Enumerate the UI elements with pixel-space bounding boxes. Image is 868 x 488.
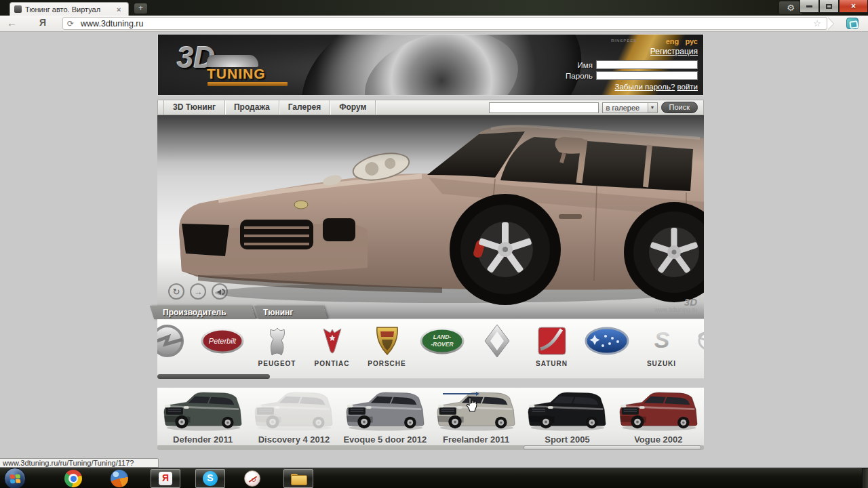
brand-logo-peugeot[interactable]: PEUGEOT — [250, 322, 304, 369]
model-label: Vogue 2002 — [613, 434, 704, 445]
model-sport[interactable]: Sport 2005 — [521, 388, 612, 445]
taskbar-recorder-icon[interactable] — [239, 468, 266, 488]
site-header: RINSPEED 3D TUNING eng рус Регистрация И… — [157, 34, 704, 96]
taskbar-skype-icon[interactable]: S — [195, 469, 225, 488]
name-field[interactable] — [596, 60, 698, 69]
brand-logo-saturn[interactable]: SATURN — [524, 322, 579, 369]
browser-toolbar: ← Я ⟳ www.3dtuning.ru ☆ — [0, 16, 868, 32]
brand-logo-peterbilt[interactable]: Peterbilt — [195, 322, 250, 369]
tab-manufacturer-label[interactable]: Производитель — [163, 308, 226, 317]
svg-text:Peterbilt: Peterbilt — [208, 337, 236, 345]
model-label: Freelander 2011 — [431, 434, 521, 445]
brand-wordmark: PEUGEOT — [258, 360, 296, 367]
brand-wordmark: PONTIAC — [315, 360, 350, 367]
logo-underline-bar — [208, 82, 288, 86]
mouse-cursor — [466, 397, 477, 412]
nav-prodazha[interactable]: Продажа — [225, 100, 279, 115]
alloy-wheel-image — [282, 34, 601, 96]
model-defender[interactable]: Defender 2011 — [157, 388, 248, 445]
taskbar-explorer-icon[interactable] — [283, 469, 313, 488]
model-freelander[interactable]: Freelander 2011 — [431, 388, 521, 445]
svg-text:S: S — [654, 327, 669, 352]
search-scope-select[interactable]: в галерее ▼ — [602, 102, 658, 113]
auth-panel: eng рус Регистрация Имя Пароль Забыли па… — [566, 37, 698, 91]
svg-text:-ROVER: -ROVER — [431, 341, 454, 348]
minimize-icon — [806, 5, 812, 7]
status-bar: www.3dtuning.ru/ru/Tuning/Tuning/117?Mod… — [0, 458, 159, 468]
back-button[interactable]: ← — [7, 17, 17, 28]
start-button[interactable] — [4, 468, 26, 488]
browser-tab-bar: Тюнинг авто. Виртуал × + ⚙ × — [0, 0, 868, 16]
brand-logo-subaru[interactable] — [579, 322, 634, 369]
url-text[interactable]: www.3dtuning.ru — [81, 19, 813, 28]
lang-eng-link[interactable]: eng — [666, 37, 679, 45]
logo-tuning-text: TUNING — [207, 66, 266, 82]
browser-tab[interactable]: Тюнинг авто. Виртуал × — [9, 2, 129, 16]
maximize-button[interactable] — [819, 0, 839, 13]
password-label: Пароль — [566, 72, 593, 80]
search-area: в галерее ▼ Поиск — [489, 102, 703, 113]
brand-logo-toyota[interactable]: TO — [689, 322, 704, 369]
nav-forum[interactable]: Форум — [330, 100, 376, 115]
page-body: RINSPEED 3D TUNING eng рус Регистрация И… — [0, 32, 868, 468]
category-tabs: Производитель Тюнинг — [157, 306, 704, 319]
rotate-icon[interactable]: ↻ — [168, 283, 184, 300]
brand-logo-renault[interactable] — [469, 322, 524, 369]
show-desktop-button[interactable] — [862, 468, 868, 488]
loading-indicator — [443, 393, 477, 394]
scrollbar-thumb[interactable] — [524, 445, 701, 450]
forward-arrow-icon[interactable]: → — [190, 283, 206, 300]
brand-logo-land-rover[interactable]: LAND- -ROVER — [414, 322, 469, 369]
brand-carousel-scrollbar[interactable] — [157, 374, 270, 379]
model-carousel: Defender 2011 Discovery 4 2012 Evoque 5 … — [157, 388, 704, 445]
taskbar-chrome-icon[interactable] — [60, 468, 87, 488]
car-viewer[interactable]: ↻ → 3D www.3dtuning.ru — [157, 115, 704, 319]
lang-rus-link[interactable]: рус — [685, 37, 698, 45]
model-label: Evoque 5 door 2012 — [340, 434, 431, 445]
search-input[interactable] — [489, 102, 599, 113]
bookmark-star-icon[interactable]: ☆ — [813, 18, 821, 28]
yandex-menu-button[interactable]: Я — [39, 17, 46, 28]
password-field[interactable] — [596, 71, 698, 80]
tab-favicon — [14, 5, 22, 13]
minimize-button[interactable] — [800, 0, 819, 13]
address-bar[interactable]: ⟳ www.3dtuning.ru ☆ — [62, 17, 827, 30]
model-label: Sport 2005 — [521, 434, 612, 445]
register-link[interactable]: Регистрация — [650, 47, 698, 56]
tab-close-icon[interactable]: × — [117, 5, 121, 14]
brand-wordmark: SATURN — [536, 360, 568, 367]
model-evoque[interactable]: Evoque 5 door 2012 — [340, 388, 431, 445]
car-3d-render[interactable] — [157, 115, 704, 319]
viewer-controls: ↻ → — [168, 283, 228, 300]
model-vogue[interactable]: Vogue 2002 — [613, 388, 704, 445]
login-link[interactable]: войти — [677, 83, 698, 91]
forgot-password-link[interactable]: Забыли пароль? — [615, 83, 675, 91]
chevron-down-icon[interactable]: ▼ — [648, 103, 657, 113]
brand-wordmark: PORSCHE — [368, 360, 406, 367]
nav-galereya[interactable]: Галерея — [279, 100, 330, 115]
brand-logo-porsche[interactable]: PORSCHE — [359, 322, 414, 369]
sound-icon[interactable] — [212, 283, 228, 300]
screenshot-icon[interactable] — [846, 18, 859, 29]
brand-wordmark: SUZUKI — [647, 360, 676, 367]
brand-logo-suzuki[interactable]: S SUZUKI — [634, 322, 689, 369]
brand-carousel[interactable]: Peterbilt PEUGEOT PONT — [157, 319, 704, 379]
taskbar-yandex-browser-icon[interactable]: Я — [151, 469, 180, 488]
model-label: Discovery 4 2012 — [248, 434, 339, 445]
tab-tuning-label[interactable]: Тюнинг — [263, 308, 293, 317]
brand-logo-opel[interactable] — [157, 322, 195, 369]
model-discovery[interactable]: Discovery 4 2012 — [248, 388, 339, 445]
name-label: Имя — [578, 61, 593, 69]
new-tab-button[interactable]: + — [134, 3, 147, 14]
refresh-icon[interactable]: ⟳ — [67, 19, 74, 28]
brand-logo-pontiac[interactable]: PONTIAC — [304, 322, 359, 369]
nav-3d-tuning[interactable]: 3D Тюнинг — [163, 100, 225, 115]
address-bar-tip — [827, 17, 833, 30]
taskbar-firefox-icon[interactable] — [106, 468, 133, 488]
site-navbar: 3D Тюнинг Продажа Галерея Форум в галере… — [157, 100, 704, 115]
search-button[interactable]: Поиск — [661, 102, 698, 113]
model-carousel-scrollbar[interactable] — [157, 445, 704, 450]
taskbar: Я S 13:46 03.06.2013 — [0, 468, 868, 488]
close-button[interactable]: × — [839, 0, 868, 13]
site-logo[interactable]: 3D TUNING — [177, 44, 215, 71]
